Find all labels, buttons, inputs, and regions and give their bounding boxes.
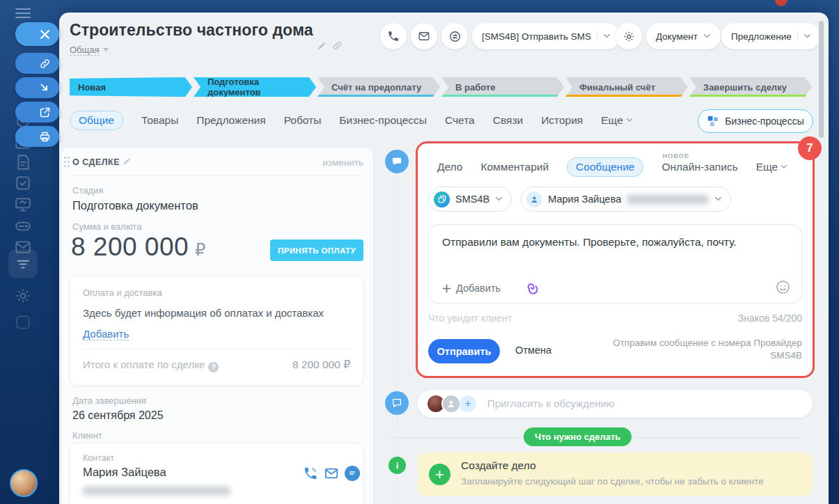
message-text: Отправили вам документы. Проверьте, пожа… <box>442 235 789 250</box>
close-date-value[interactable]: 26 сентября 2025 <box>72 409 164 422</box>
drag-handle-icon[interactable] <box>64 157 71 168</box>
recipient-select[interactable]: Мария Зайцева <box>521 187 731 212</box>
composer-tab-online-booking[interactable]: НОВОЕ Онлайн-запись <box>661 161 737 173</box>
email-button[interactable] <box>411 23 437 49</box>
composer-tab-more[interactable]: Еще <box>756 161 788 173</box>
offer-label: Предложение <box>731 31 792 42</box>
stage-in-work[interactable]: В работе <box>441 77 564 97</box>
copy-title-link-icon[interactable] <box>332 40 343 51</box>
timeline-discussion-icon <box>385 391 409 415</box>
message-input[interactable]: Отправили вам документы. Проверьте, пожа… <box>428 224 802 304</box>
participant-avatar[interactable] <box>441 394 461 414</box>
contact-mail-icon[interactable] <box>324 466 339 481</box>
scrollbar[interactable] <box>819 21 824 138</box>
filter-icon[interactable] <box>14 255 32 273</box>
notification-dot <box>775 0 787 6</box>
stage-final-invoice[interactable]: Финальный счёт <box>565 77 688 97</box>
edit-section-icon[interactable] <box>123 157 132 166</box>
print-button[interactable] <box>15 126 59 147</box>
add-payment-link[interactable]: Добавить <box>83 328 129 340</box>
preview-hint: Что увидит клиент <box>428 313 512 324</box>
deal-amount[interactable]: 8 200 000₽ <box>71 233 206 262</box>
open-new-window-button[interactable] <box>15 102 59 123</box>
funnel-selector[interactable]: Общая <box>70 45 100 56</box>
settings-button[interactable] <box>615 23 642 49</box>
crm-icon[interactable] <box>14 196 32 214</box>
question-icon[interactable]: ? <box>208 362 219 372</box>
menu-icon[interactable] <box>15 8 31 21</box>
collapse-button[interactable] <box>15 77 59 98</box>
composer-tab-activity[interactable]: Дело <box>437 161 462 173</box>
chevron-down-icon <box>781 164 787 170</box>
sms-composer: Дело Комментарий Сообщение НОВОЕ Онлайн-… <box>418 143 813 376</box>
add-participant-button[interactable]: + <box>460 395 476 412</box>
chevron-down-icon <box>603 33 611 39</box>
timeline-comment-icon <box>385 150 409 173</box>
tab-products[interactable]: Товары <box>141 114 178 127</box>
add-attachment-button[interactable]: Добавить <box>442 283 501 294</box>
divider <box>597 31 597 42</box>
storage-icon[interactable] <box>14 217 32 235</box>
edit-title-icon[interactable] <box>317 40 327 51</box>
stage-new[interactable]: Новая <box>70 77 192 97</box>
payment-empty-text: Здесь будет информация об оплатах и дост… <box>83 307 324 319</box>
info-icon: i <box>389 457 406 474</box>
accept-payment-button[interactable]: ПРИНЯТЬ ОПЛАТУ <box>270 239 363 261</box>
cancel-button[interactable]: Отмена <box>515 345 551 356</box>
chat-sync-icon <box>448 30 462 43</box>
close-button[interactable] <box>15 22 59 46</box>
tab-invoices[interactable]: Счета <box>445 114 475 127</box>
add-activity-icon[interactable]: + <box>429 464 450 485</box>
edit-deal-link[interactable]: изменить <box>322 157 363 168</box>
funnel-caret-icon <box>103 48 109 52</box>
tab-more[interactable]: Еще <box>601 114 633 127</box>
stage-finish-deal[interactable]: Завершить сделку <box>689 77 812 97</box>
arrow-in-icon <box>39 82 51 94</box>
gear-icon <box>622 30 636 43</box>
tab-offers[interactable]: Предложения <box>196 114 265 127</box>
phone-icon <box>387 30 400 42</box>
more-apps-icon[interactable] <box>14 313 32 331</box>
sms-action-button[interactable]: [SMS4B] Отправить SMS <box>472 23 620 49</box>
chevron-down-icon <box>626 118 633 123</box>
bizproc-icon <box>707 115 719 127</box>
page-title: Строительство частного дома <box>70 21 313 40</box>
redacted-phone <box>627 195 709 204</box>
emoji-icon[interactable] <box>776 280 790 294</box>
tab-bizproc[interactable]: Бизнес-процессы <box>339 114 427 127</box>
messenger-button[interactable] <box>441 23 468 49</box>
contact-name[interactable]: Мария Зайцева <box>83 466 166 479</box>
sms-provider-icon <box>434 191 450 207</box>
offer-button[interactable]: Предложение <box>721 23 821 49</box>
printer-icon <box>39 131 51 143</box>
document-button[interactable]: Документ <box>646 23 721 49</box>
composer-tab-message[interactable]: Сообщение <box>567 157 643 177</box>
tab-general[interactable]: Общие <box>70 111 123 130</box>
settings-sidebar-icon[interactable] <box>14 287 32 305</box>
contact-call-icon[interactable] <box>303 466 318 481</box>
tab-links[interactable]: Связи <box>493 114 523 127</box>
divider <box>797 31 798 42</box>
tab-robots[interactable]: Роботы <box>284 114 322 127</box>
copilot-icon[interactable] <box>524 280 539 295</box>
composer-tab-comment[interactable]: Комментарий <box>480 161 549 173</box>
create-activity-card[interactable]: + Создайте дело Запланируйте следующий ш… <box>418 452 813 496</box>
tasks-icon[interactable] <box>14 174 32 192</box>
documents-icon[interactable] <box>14 153 32 171</box>
send-button[interactable]: Отправить <box>428 339 500 363</box>
tab-history[interactable]: История <box>541 114 583 127</box>
annotation-step-badge: 7 <box>798 136 822 160</box>
provider-select[interactable]: SMS4B <box>428 187 512 212</box>
send-note: Отправим сообщение с номера Провайдер SM… <box>611 337 802 362</box>
stage-docs[interactable]: Подготовка документов <box>194 77 316 97</box>
close-date-label: Дата завершения <box>72 395 146 406</box>
user-avatar[interactable] <box>10 469 38 497</box>
stage-field-value[interactable]: Подготовка документов <box>72 199 198 212</box>
bizproc-button[interactable]: Бизнес-процессы <box>698 109 813 133</box>
contact-chat-icon[interactable] <box>345 466 360 481</box>
discussion-bar[interactable]: + Пригласить к обсуждению <box>418 390 813 418</box>
payment-card-title: Оплата и доставка <box>83 288 162 298</box>
copy-link-button[interactable] <box>15 53 59 74</box>
stage-prepay-invoice[interactable]: Счёт на предоплату <box>317 77 440 97</box>
call-button[interactable] <box>380 23 407 49</box>
